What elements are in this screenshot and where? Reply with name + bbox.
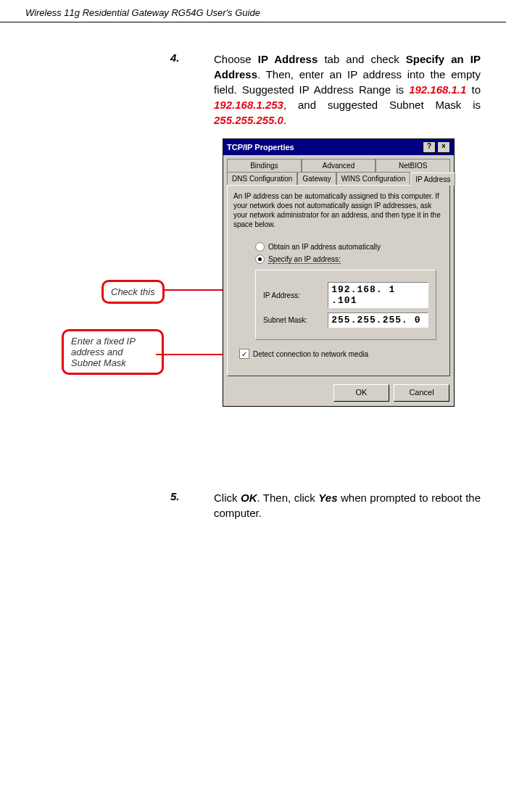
callout-enter-ip: Enter a fixed IP address and Subnet Mask (62, 329, 164, 375)
detect-connection-label: Detect connection to network media (253, 350, 368, 358)
text: . (283, 114, 286, 126)
cancel-button[interactable]: Cancel (394, 384, 449, 402)
ok-button[interactable]: OK (333, 384, 389, 402)
tab-dns[interactable]: DNS Configuration (227, 172, 297, 185)
ip-address-input[interactable]: 192.168. 1 .101 (328, 282, 428, 308)
radio-obtain-label: Obtain an IP address automatically (268, 243, 381, 251)
text: Click (214, 492, 241, 504)
help-button[interactable]: ? (423, 141, 436, 153)
radio-specify-ip[interactable] (255, 254, 265, 264)
subnet-mask-label: Subnet Mask: (263, 316, 320, 324)
dialog-titlebar: TCP/IP Properties ? × (223, 139, 454, 155)
tab-ip-address[interactable]: IP Address (410, 173, 455, 186)
ip-address-label: IP Address: (263, 291, 320, 299)
text: . Then, click (257, 492, 318, 504)
step4-text: Choose IP Address tab and check Specify … (214, 51, 481, 128)
step5-text: Click OK. Then, click Yes when prompted … (214, 490, 481, 521)
tab-advanced[interactable]: Advanced (302, 159, 376, 172)
detect-connection-checkbox[interactable]: ✓ (239, 349, 249, 359)
dialog-title: TCP/IP Properties (227, 143, 294, 152)
ip-range-end: 192.168.1.253 (214, 99, 283, 111)
subnet-mask-input[interactable]: 255.255.255. 0 (328, 312, 428, 328)
text: Choose (214, 53, 258, 65)
radio-obtain-auto[interactable] (255, 242, 265, 252)
close-button[interactable]: × (437, 141, 450, 153)
yes-text: Yes (318, 492, 337, 504)
tab-bindings[interactable]: Bindings (227, 159, 302, 172)
dialog-info-text: An IP address can be automatically assig… (233, 191, 444, 229)
text: to (466, 83, 481, 96)
radio-specify-label: Specify an IP address: (268, 255, 341, 264)
callout-check-this: Check this (101, 280, 165, 304)
tab-gateway[interactable]: Gateway (297, 172, 336, 185)
text: tab and check (318, 53, 405, 65)
tcpip-properties-dialog: TCP/IP Properties ? × Bindings Advanced … (223, 138, 455, 407)
bold-text: IP Address (258, 53, 318, 65)
text: , and suggested Subnet Mask is (283, 99, 481, 111)
step5-number: 5. (170, 490, 214, 521)
subnet-mask-value: 255.255.255.0 (214, 114, 283, 126)
ok-text: OK (241, 492, 257, 504)
tab-wins[interactable]: WINS Configuration (336, 172, 410, 185)
step4-number: 4. (170, 51, 214, 128)
tab-netbios[interactable]: NetBIOS (376, 159, 450, 172)
page-header: Wireless 11g Residential Gateway RG54G U… (0, 0, 506, 22)
ip-range-start: 192.168.1.1 (409, 83, 466, 96)
